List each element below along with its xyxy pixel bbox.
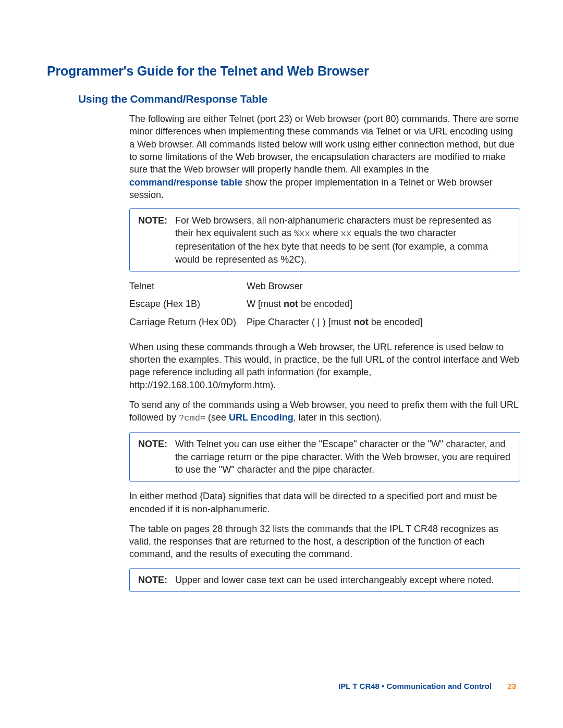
comparison-table: Telnet Escape (Hex 1B) Carriage Return (…	[129, 280, 520, 334]
note-text: With Telnet you can use either the "Esca…	[175, 438, 511, 476]
column-header-web: Web Browser	[247, 280, 520, 292]
column-header-telnet: Telnet	[129, 280, 247, 292]
body-paragraph: The table on pages 28 through 32 lists t…	[129, 523, 520, 561]
body-text: The following are either Telnet (port 23…	[129, 114, 519, 175]
body-text: , later in this section).	[293, 412, 382, 423]
code-text: ?cmd=	[179, 413, 205, 423]
note-text: Upper and lower case text can be used in…	[175, 574, 511, 586]
subsection-title: Using the Command/Response Table	[78, 92, 516, 106]
link-url-encoding[interactable]: URL Encoding	[229, 412, 293, 423]
note-box-2: NOTE: With Telnet you can use either the…	[129, 432, 520, 482]
body-paragraph: When using these commands through a Web …	[129, 341, 520, 391]
body-text: be encoded]	[298, 299, 352, 309]
body-text: where	[310, 228, 341, 238]
note-label: NOTE:	[138, 574, 175, 586]
table-cell: Carriage Return (Hex 0D)	[129, 316, 247, 328]
telnet-column: Telnet Escape (Hex 1B) Carriage Return (…	[129, 280, 247, 334]
section-title: Programmer's Guide for the Telnet and We…	[47, 63, 516, 80]
body-text: (see	[205, 412, 229, 423]
page-number: 23	[507, 682, 516, 690]
web-column: Web Browser W [must not be encoded] Pipe…	[247, 280, 520, 334]
note-label: NOTE:	[138, 214, 175, 266]
body-paragraph: To send any of the commands using a Web …	[129, 399, 520, 425]
code-text: %xx	[294, 229, 310, 239]
document-page: Programmer's Guide for the Telnet and We…	[0, 0, 563, 728]
table-cell: W [must not be encoded]	[247, 298, 520, 310]
body-text: not	[354, 317, 369, 327]
intro-paragraph: The following are either Telnet (port 23…	[129, 113, 520, 201]
body-paragraph: In either method {Data} signifies that d…	[129, 490, 520, 515]
link-command-response-table[interactable]: command/response table	[129, 177, 242, 188]
body-text: Pipe Character ( | ) [must	[247, 317, 354, 327]
body-text: be encoded]	[369, 317, 423, 327]
table-cell: Escape (Hex 1B)	[129, 298, 247, 310]
note-box-1: NOTE: For Web browsers, all non-alphanum…	[129, 208, 520, 272]
code-text: xx	[341, 229, 351, 239]
table-cell: Pipe Character ( | ) [must not be encode…	[247, 316, 520, 328]
body-text: not	[284, 299, 298, 309]
body-text: W [must	[247, 299, 284, 309]
note-text: For Web browsers, all non-alphanumeric c…	[175, 214, 511, 266]
body-column: The following are either Telnet (port 23…	[129, 113, 520, 592]
note-label: NOTE:	[138, 438, 175, 476]
note-box-3: NOTE: Upper and lower case text can be u…	[129, 568, 520, 592]
footer-text: IPL T CR48 • Communication and Control	[338, 682, 492, 690]
page-footer: IPL T CR48 • Communication and Control 2…	[338, 681, 516, 692]
